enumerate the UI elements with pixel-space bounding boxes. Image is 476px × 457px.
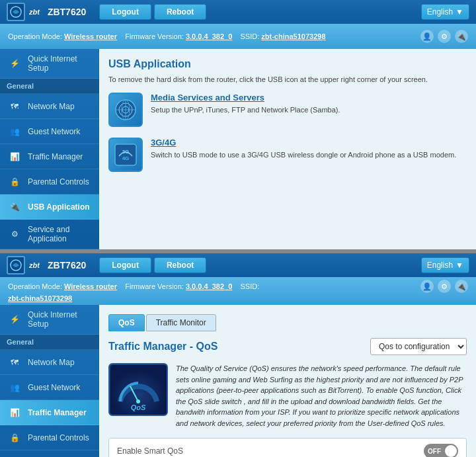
logo-text: zbt <box>29 8 40 16</box>
qos-tabs: QoS Traffic Monitor <box>108 314 467 331</box>
users-icon-2: 👤 <box>420 280 434 293</box>
sidebar-item-quick-internet-setup[interactable]: ⚡ Quick Internet Setup <box>0 49 99 79</box>
op-mode-value[interactable]: Wireless router <box>64 32 117 40</box>
sidebar-label-usb: USB Application <box>28 202 90 212</box>
settings-icon-2: ⚙ <box>438 280 451 293</box>
language-selector[interactable]: English ▼ <box>421 4 469 20</box>
sidebar-item-quick-2[interactable]: ⚡ Quick Internet Setup <box>0 305 99 335</box>
3g4g-desc: Switch to USB mode to use a 3G/4G USB wi… <box>151 150 456 160</box>
logout-button[interactable]: Logout <box>99 4 151 20</box>
traffic-icon-2: 📊 <box>7 406 22 419</box>
header-1: zbt ZBT7620 Logout Reboot English ▼ <box>0 0 476 24</box>
ssid-value[interactable]: zbt-china51073298 <box>261 32 325 40</box>
sidebar-item-usb-application[interactable]: 🔌 USB Application <box>0 194 99 220</box>
panel-usb: zbt ZBT7620 Logout Reboot English ▼ Oper… <box>0 0 476 249</box>
model-name-2: ZBT7620 <box>48 260 86 270</box>
firmware-label: Firmware Version: <box>125 32 184 40</box>
app-3g4g: 3G 4G 3G/4G Switch to USB mode to use a … <box>108 138 467 172</box>
qos-title: Traffic Manager - QoS <box>108 341 218 353</box>
chevron-down-icon-2: ▼ <box>456 261 463 270</box>
model-name: ZBT7620 <box>48 7 86 17</box>
3g4g-title[interactable]: 3G/4G <box>151 138 456 147</box>
quick-icon-2: ⚡ <box>7 313 22 326</box>
chevron-down-icon: ▼ <box>456 7 463 17</box>
parental-icon-2: 🔒 <box>7 431 22 444</box>
logo-area: zbt ZBT7620 <box>7 3 86 21</box>
ssid-row: zbt-china51073298 <box>8 294 468 302</box>
ssid-label: SSID: <box>241 32 260 40</box>
sidebar-item-usb-2[interactable]: 🔌 USB Application <box>0 450 99 457</box>
info-icons: 👤 ⚙ 🔌 <box>420 30 468 43</box>
smart-qos-row: Enable Smart QoS OFF <box>108 438 467 457</box>
guest-icon-2: 👥 <box>7 381 22 394</box>
body-layout-2: ⚡ Quick Internet Setup General 🗺 Network… <box>0 305 476 457</box>
sidebar-item-traffic-manager[interactable]: 📊 Traffic Manager <box>0 144 99 169</box>
settings-icon: ⚙ <box>438 30 451 43</box>
svg-rect-7 <box>115 144 136 165</box>
sidebar-2: ⚡ Quick Internet Setup General 🗺 Network… <box>0 305 99 457</box>
info-bar-2: Operation Mode: Wireless router Firmware… <box>0 277 476 305</box>
usb-section-title: USB Application <box>108 58 467 70</box>
service-icon: ⚙ <box>7 228 22 241</box>
sidebar-label-guest: Guest Network <box>28 127 80 136</box>
svg-text:QoS: QoS <box>130 403 145 411</box>
sidebar-label-quick-2: Quick Internet Setup <box>28 310 93 329</box>
language-selector-2[interactable]: English ▼ <box>421 257 469 273</box>
op-mode-label: Operation Mode: <box>8 32 62 40</box>
reboot-button-2[interactable]: Reboot <box>154 257 206 273</box>
toggle-knob <box>445 445 457 457</box>
ssid-value-2[interactable]: zbt-china51073298 <box>8 294 72 302</box>
sidebar-label-guest-2: Guest Network <box>28 383 80 392</box>
op-mode-value-2[interactable]: Wireless router <box>64 282 117 290</box>
sidebar-label-traffic: Traffic Manager <box>28 152 83 161</box>
sidebar-item-network-map[interactable]: 🗺 Network Map <box>0 94 99 119</box>
sidebar-item-guest-2[interactable]: 👥 Guest Network <box>0 375 99 400</box>
sidebar-label-service: Service and Application <box>28 225 93 243</box>
sidebar-item-traffic-2[interactable]: 📊 Traffic Manager <box>0 400 99 425</box>
info-row-1: Operation Mode: Wireless router Firmware… <box>8 30 468 43</box>
smart-qos-label: Enable Smart QoS <box>117 446 417 456</box>
panel-qos: zbt ZBT7620 Logout Reboot English ▼ Oper… <box>0 253 476 457</box>
firmware-label-2: Firmware Version: <box>125 282 184 290</box>
sidebar-section-general: General <box>0 79 99 94</box>
sidebar-label-network: Network Map <box>28 102 75 111</box>
logout-button-2[interactable]: Logout <box>99 257 151 273</box>
logo-icon <box>7 3 25 21</box>
sidebar-item-parental-2[interactable]: 🔒 Parental Controls <box>0 425 99 450</box>
media-services-title[interactable]: Media Services and Servers <box>151 93 340 103</box>
qos-logo-image: QoS <box>108 363 168 416</box>
info-row-2: Operation Mode: Wireless router Firmware… <box>8 280 468 293</box>
sidebar-item-network-map-2[interactable]: 🗺 Network Map <box>0 350 99 375</box>
firmware-value-2[interactable]: 3.0.0.4_382_0 <box>186 282 232 290</box>
qos-config-dropdown[interactable]: Qos to configuration <box>370 338 467 355</box>
smart-qos-toggle[interactable]: OFF <box>424 444 458 457</box>
main-content-1: USB Application To remove the hard disk … <box>99 49 476 249</box>
usb-icon-2: 🔌 <box>455 280 468 293</box>
network-map-icon: 🗺 <box>7 100 22 113</box>
ssid-label-2: SSID: <box>241 282 260 290</box>
network-icon-2: 🗺 <box>7 356 22 369</box>
main-content-2: QoS Traffic Monitor Traffic Manager - Qo… <box>99 305 476 457</box>
media-services-desc: Setup the UPnP, iTunes, FTP and Network … <box>151 105 340 115</box>
qos-header: Traffic Manager - QoS Qos to configurati… <box>108 338 467 355</box>
sidebar-label-parental-2: Parental Controls <box>28 433 89 442</box>
sidebar-label-quick: Quick Internet Setup <box>28 54 93 73</box>
usb-icon: 🔌 <box>455 30 468 43</box>
users-icon: 👤 <box>420 30 434 43</box>
svg-text:4G: 4G <box>122 155 130 161</box>
sidebar-item-service-application[interactable]: ⚙ Service and Application <box>0 220 99 249</box>
firmware-value[interactable]: 3.0.0.4_382_0 <box>186 32 232 40</box>
logo-icon-2 <box>7 256 25 274</box>
sidebar-item-guest-network[interactable]: 👥 Guest Network <box>0 119 99 144</box>
sidebar-label-parental: Parental Controls <box>28 177 89 187</box>
sidebar-item-parental-controls[interactable]: 🔒 Parental Controls <box>0 169 99 194</box>
logo-text-2: zbt <box>29 261 40 269</box>
tab-qos[interactable]: QoS <box>108 314 145 331</box>
traffic-icon: 📊 <box>7 150 22 163</box>
header-2: zbt ZBT7620 Logout Reboot English ▼ <box>0 253 476 277</box>
logo-area-2: zbt ZBT7620 <box>7 256 86 274</box>
toggle-off-label: OFF <box>428 448 441 455</box>
media-services-icon <box>108 93 143 127</box>
tab-traffic-monitor[interactable]: Traffic Monitor <box>146 314 216 331</box>
reboot-button[interactable]: Reboot <box>154 4 206 20</box>
